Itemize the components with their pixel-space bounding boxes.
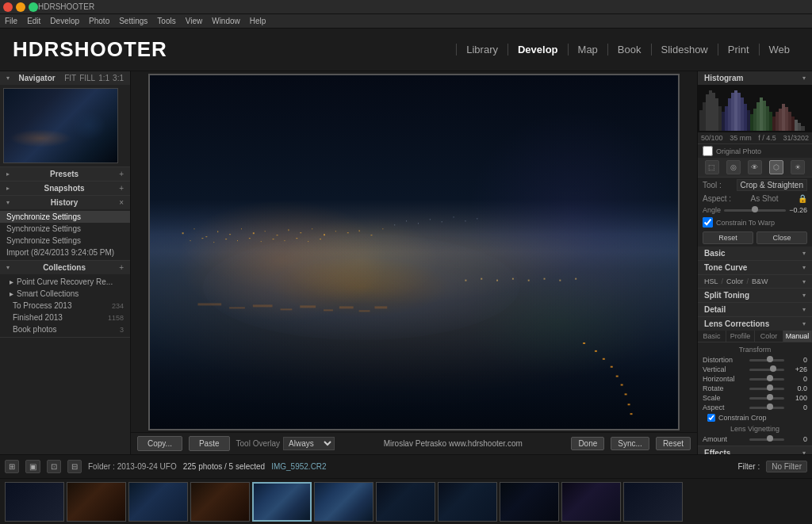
presets-header[interactable]: ▸ Presets + bbox=[0, 167, 130, 181]
film-thumb[interactable] bbox=[623, 482, 683, 522]
crop-tool-icon[interactable]: ⬚ bbox=[705, 160, 719, 174]
svg-rect-85 bbox=[766, 106, 769, 131]
collection-item[interactable]: ▸ Point Curve Recovery Re... bbox=[0, 276, 130, 288]
nav-1to1-btn[interactable]: 1:1 bbox=[98, 74, 109, 82]
nav-zoom-btn[interactable]: 3:1 bbox=[113, 74, 124, 82]
histogram-header[interactable]: Histogram ▾ bbox=[698, 71, 812, 85]
reset-button[interactable]: Reset bbox=[656, 437, 691, 450]
film-thumb[interactable] bbox=[190, 482, 250, 522]
minimize-window-button[interactable] bbox=[16, 2, 25, 12]
rotate-slider[interactable] bbox=[749, 388, 784, 390]
collection-item-name: Book photos bbox=[13, 325, 57, 334]
film-thumb[interactable] bbox=[376, 482, 435, 522]
collection-item[interactable]: ▸ Smart Collections bbox=[0, 288, 130, 300]
menu-item-window[interactable]: Window bbox=[212, 17, 240, 25]
menu-item-photo[interactable]: Photo bbox=[89, 17, 109, 25]
history-item[interactable]: Synchronize Settings bbox=[0, 223, 130, 235]
snapshots-add-icon[interactable]: + bbox=[119, 184, 124, 193]
scale-slider[interactable] bbox=[749, 397, 784, 400]
history-item[interactable]: Synchronize Settings bbox=[0, 211, 130, 223]
lens-profile-tab[interactable]: Profile bbox=[726, 331, 755, 342]
collection-item[interactable]: To Process 2013 234 bbox=[0, 300, 130, 312]
angle-slider[interactable] bbox=[724, 209, 786, 212]
film-thumb[interactable] bbox=[438, 482, 497, 522]
no-filter-button[interactable]: No Filter bbox=[766, 461, 807, 472]
hsl-tab[interactable]: HSL bbox=[704, 277, 718, 285]
selected-file[interactable]: IMG_5952.CR2 bbox=[271, 462, 326, 471]
nav-web[interactable]: Web bbox=[759, 44, 800, 55]
done-button[interactable]: Done bbox=[571, 437, 604, 450]
compare-view-button[interactable]: ⊡ bbox=[47, 460, 61, 473]
color-tab[interactable]: Color bbox=[726, 277, 744, 285]
split-toning-header[interactable]: Split Toning ▾ bbox=[698, 289, 812, 302]
sync-button[interactable]: Sync... bbox=[611, 437, 649, 450]
snapshots-header[interactable]: ▸ Snapshots + bbox=[0, 182, 130, 195]
constrain-warp-checkbox[interactable] bbox=[703, 217, 713, 228]
redeye-tool-icon[interactable]: 👁 bbox=[748, 160, 762, 174]
collection-item[interactable]: Finished 2013 1158 bbox=[0, 312, 130, 323]
menu-item-tools[interactable]: Tools bbox=[157, 17, 175, 25]
paste-button[interactable]: Paste bbox=[189, 436, 230, 451]
history-item[interactable]: Synchronize Settings bbox=[0, 235, 130, 247]
navigator-header[interactable]: ▾ Navigator FIT FILL 1:1 3:1 bbox=[0, 71, 130, 85]
maximize-window-button[interactable] bbox=[29, 2, 38, 12]
menu-item-develop[interactable]: Develop bbox=[50, 17, 79, 25]
horizontal-slider[interactable] bbox=[749, 378, 784, 381]
nav-print[interactable]: Print bbox=[718, 44, 759, 55]
amount-slider[interactable] bbox=[749, 438, 784, 441]
nav-fill-btn[interactable]: FILL bbox=[79, 74, 95, 82]
presets-add-icon[interactable]: + bbox=[119, 170, 124, 178]
basic-header[interactable]: Basic ▾ bbox=[698, 247, 812, 260]
collections-add-icon[interactable]: + bbox=[119, 263, 124, 272]
panel-close-button[interactable]: Close bbox=[756, 231, 807, 244]
grid-view-button[interactable]: ⊞ bbox=[5, 460, 19, 473]
original-photo-checkbox[interactable] bbox=[703, 146, 713, 156]
spot-tool-icon[interactable]: ◎ bbox=[726, 160, 741, 174]
nav-fit-btn[interactable]: FIT bbox=[64, 74, 76, 82]
hsl-header[interactable]: HSL / Color / B&W ▾ bbox=[698, 275, 812, 288]
film-thumb[interactable] bbox=[500, 482, 559, 522]
collections-header[interactable]: ▾ Collections + bbox=[0, 261, 130, 274]
history-header[interactable]: ▾ History × bbox=[0, 196, 130, 209]
aspect-transform-slider[interactable] bbox=[749, 407, 784, 409]
panel-reset-button[interactable]: Reset bbox=[703, 231, 753, 244]
menu-item-edit[interactable]: Edit bbox=[27, 17, 40, 25]
detail-header[interactable]: Detail ▾ bbox=[698, 303, 812, 316]
adjustment-tool-icon[interactable]: ☀ bbox=[791, 160, 805, 174]
copy-button[interactable]: Copy... bbox=[137, 436, 182, 451]
menu-item-settings[interactable]: Settings bbox=[119, 17, 147, 25]
history-item[interactable]: Import (8/24/2013 9:24:05 PM) bbox=[0, 247, 130, 258]
lens-color-tab[interactable]: Color bbox=[755, 331, 783, 342]
survey-view-button[interactable]: ⊟ bbox=[67, 460, 82, 473]
film-thumb[interactable] bbox=[67, 482, 126, 522]
bw-tab[interactable]: B&W bbox=[752, 277, 768, 285]
single-view-button[interactable]: ▣ bbox=[25, 460, 40, 473]
graduated-tool-icon[interactable]: ⬡ bbox=[769, 160, 783, 174]
film-thumb[interactable] bbox=[252, 482, 312, 522]
vertical-slider[interactable] bbox=[749, 369, 784, 371]
lens-basic-tab[interactable]: Basic bbox=[698, 331, 726, 342]
film-thumb[interactable] bbox=[5, 482, 64, 522]
film-thumb[interactable] bbox=[128, 482, 188, 522]
nav-slideshow[interactable]: Slideshow bbox=[651, 44, 718, 55]
tool-overlay-select[interactable]: Always Never Selected bbox=[283, 437, 335, 450]
nav-develop[interactable]: Develop bbox=[508, 44, 568, 55]
history-clear-icon[interactable]: × bbox=[119, 198, 124, 207]
tone-curve-header[interactable]: Tone Curve ▾ bbox=[698, 261, 812, 274]
menu-item-help[interactable]: Help bbox=[250, 17, 266, 25]
menu-item-file[interactable]: File bbox=[5, 17, 17, 25]
lens-corrections-header[interactable]: Lens Corrections ▾ bbox=[698, 317, 812, 331]
main-image-area[interactable] bbox=[131, 71, 697, 432]
distortion-slider[interactable] bbox=[749, 359, 784, 361]
constrain-crop-checkbox[interactable] bbox=[707, 414, 715, 422]
close-window-button[interactable] bbox=[3, 2, 13, 12]
collection-item[interactable]: Book photos 3 bbox=[0, 323, 130, 335]
menu-item-view[interactable]: View bbox=[186, 17, 203, 25]
nav-library[interactable]: Library bbox=[456, 44, 508, 55]
effects-header[interactable]: Effects ▾ bbox=[698, 446, 812, 454]
film-thumb[interactable] bbox=[314, 482, 373, 522]
lens-manual-tab[interactable]: Manual bbox=[783, 331, 812, 342]
film-thumb[interactable] bbox=[561, 482, 621, 522]
nav-book[interactable]: Book bbox=[607, 44, 651, 55]
nav-map[interactable]: Map bbox=[568, 44, 607, 55]
